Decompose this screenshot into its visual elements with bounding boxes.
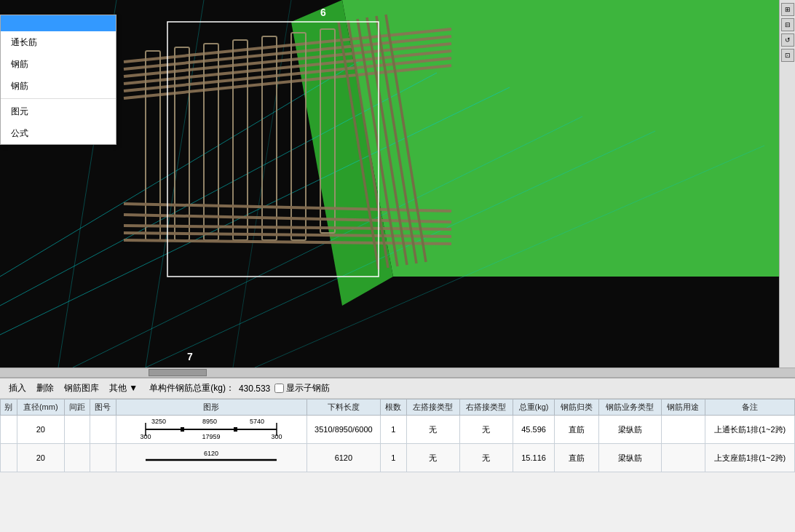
bottom-toolbar: 插入 删除 钢筋图库 其他 ▼ 单构件钢筋总重(kg)： 430.533 显示子… bbox=[0, 378, 795, 399]
col-type: 别 bbox=[1, 400, 17, 416]
viewport-3d: 6 7 Earn 通长筋 钢筋 钢筋 图元 公式 ⊞ ⊟ ↺ ⊡ bbox=[0, 0, 795, 368]
cell-shape-2: 6120 bbox=[116, 444, 306, 472]
cell-weight-1: 45.596 bbox=[513, 416, 554, 444]
svg-text:8950: 8950 bbox=[202, 418, 217, 425]
col-shape: 图形 bbox=[116, 400, 306, 416]
cell-diameter-1: 20 bbox=[17, 416, 64, 444]
scroll-thumb[interactable] bbox=[149, 369, 207, 376]
rebar-lib-button[interactable]: 钢筋图库 bbox=[61, 381, 102, 395]
right-toolbar: ⊞ ⊟ ↺ ⊡ bbox=[779, 0, 795, 368]
col-rebar-class: 钢筋归类 bbox=[555, 400, 599, 416]
menu-item-tonglangji[interactable]: 通长筋 bbox=[1, 31, 116, 53]
context-menu-header bbox=[1, 15, 116, 31]
menu-item-gangji1[interactable]: 钢筋 bbox=[1, 53, 116, 75]
toolbar-btn-2[interactable]: ⊟ bbox=[781, 18, 794, 31]
cell-remark-1: 上通长筋1排(1~2跨) bbox=[705, 416, 795, 444]
toolbar-btn-4[interactable]: ⊡ bbox=[781, 49, 794, 62]
cell-shapeno-2 bbox=[90, 444, 116, 472]
cell-biztype-2: 梁纵筋 bbox=[598, 444, 661, 472]
col-usage: 钢筋用途 bbox=[661, 400, 705, 416]
menu-item-gangji2[interactable]: 钢筋 bbox=[1, 75, 116, 97]
cell-count-1: 1 bbox=[381, 416, 406, 444]
svg-text:17959: 17959 bbox=[202, 433, 221, 440]
cell-count-2: 1 bbox=[381, 444, 406, 472]
svg-text:300: 300 bbox=[141, 433, 151, 440]
cell-cutlen-2: 6120 bbox=[306, 444, 380, 472]
col-business-type: 钢筋业务类型 bbox=[598, 400, 661, 416]
col-right-lap: 右搭接类型 bbox=[459, 400, 513, 416]
col-diameter: 直径(mm) bbox=[17, 400, 64, 416]
svg-rect-41 bbox=[181, 427, 184, 432]
toolbar-btn-1[interactable]: ⊞ bbox=[781, 3, 794, 16]
cell-usage-2 bbox=[661, 444, 705, 472]
cell-leftlap-1: 无 bbox=[406, 416, 459, 444]
cell-cutlen-1: 3510/8950/6000 bbox=[306, 416, 380, 444]
table-container: 别 直径(mm) 间距 图号 图形 下料长度 根数 左搭接类型 右搭接类型 总重… bbox=[0, 399, 795, 532]
shape-svg-2: 6120 bbox=[131, 445, 291, 470]
cell-shape-1: 3250 8950 5740 bbox=[116, 416, 306, 444]
col-cut-length: 下料长度 bbox=[306, 400, 380, 416]
cell-class-1: 直筋 bbox=[555, 416, 599, 444]
svg-text:6120: 6120 bbox=[204, 450, 218, 457]
cell-type-2 bbox=[1, 444, 17, 472]
cell-remark-2: 上支座筋1排(1~2跨) bbox=[705, 444, 795, 472]
component-weight-value: 430.533 bbox=[239, 384, 270, 394]
cell-type-1 bbox=[1, 416, 17, 444]
col-weight: 总重(kg) bbox=[513, 400, 554, 416]
vp-label-7: 7 bbox=[187, 351, 193, 362]
cell-spacing-2 bbox=[64, 444, 90, 472]
table-header-row: 别 直径(mm) 间距 图号 图形 下料长度 根数 左搭接类型 右搭接类型 总重… bbox=[1, 400, 795, 416]
col-spacing: 间距 bbox=[64, 400, 90, 416]
cell-shapeno-1 bbox=[90, 416, 116, 444]
show-sub-rebar-text: 显示子钢筋 bbox=[286, 382, 330, 394]
cell-rightlap-2: 无 bbox=[459, 444, 513, 472]
show-sub-rebar-checkbox[interactable] bbox=[274, 384, 284, 393]
menu-item-gongshi[interactable]: 公式 bbox=[1, 122, 116, 144]
toolbar-btn-3[interactable]: ↺ bbox=[781, 33, 794, 47]
insert-button[interactable]: 插入 bbox=[6, 381, 29, 395]
svg-rect-44 bbox=[234, 427, 237, 432]
component-weight-label: 单构件钢筋总重(kg)： bbox=[149, 382, 234, 394]
cell-biztype-1: 梁纵筋 bbox=[598, 416, 661, 444]
svg-text:5740: 5740 bbox=[250, 418, 264, 425]
show-sub-rebar-label[interactable]: 显示子钢筋 bbox=[274, 382, 330, 394]
cell-rightlap-1: 无 bbox=[459, 416, 513, 444]
other-button[interactable]: 其他 ▼ bbox=[106, 381, 141, 395]
horizontal-scrollbar[interactable] bbox=[0, 368, 795, 378]
col-remark: 备注 bbox=[705, 400, 795, 416]
svg-text:300: 300 bbox=[272, 433, 282, 440]
cell-leftlap-2: 无 bbox=[406, 444, 459, 472]
shape-svg-1: 3250 8950 5740 bbox=[131, 417, 291, 442]
rebar-table: 别 直径(mm) 间距 图号 图形 下料长度 根数 左搭接类型 右搭接类型 总重… bbox=[0, 399, 795, 472]
other-dropdown-arrow: ▼ bbox=[129, 383, 138, 393]
cell-weight-2: 15.116 bbox=[513, 444, 554, 472]
table-row[interactable]: 20 3250 bbox=[1, 416, 795, 444]
vp-label-6: 6 bbox=[320, 7, 326, 18]
table-row[interactable]: 20 6120 6120 1 无 bbox=[1, 444, 795, 472]
bottom-panel: 插入 删除 钢筋图库 其他 ▼ 单构件钢筋总重(kg)： 430.533 显示子… bbox=[0, 378, 795, 532]
cell-class-2: 直筋 bbox=[555, 444, 599, 472]
context-menu: 通长筋 钢筋 钢筋 图元 公式 bbox=[0, 15, 116, 145]
col-shape-no: 图号 bbox=[90, 400, 116, 416]
col-left-lap: 左搭接类型 bbox=[406, 400, 459, 416]
cell-usage-1 bbox=[661, 416, 705, 444]
cell-spacing-1 bbox=[64, 416, 90, 444]
cell-diameter-2: 20 bbox=[17, 444, 64, 472]
menu-divider-1 bbox=[1, 98, 116, 99]
col-count: 根数 bbox=[381, 400, 406, 416]
viewport-svg: 6 7 Earn bbox=[0, 0, 795, 368]
menu-item-tuyuan[interactable]: 图元 bbox=[1, 100, 116, 122]
svg-text:3250: 3250 bbox=[151, 418, 166, 425]
delete-button[interactable]: 删除 bbox=[33, 381, 57, 395]
